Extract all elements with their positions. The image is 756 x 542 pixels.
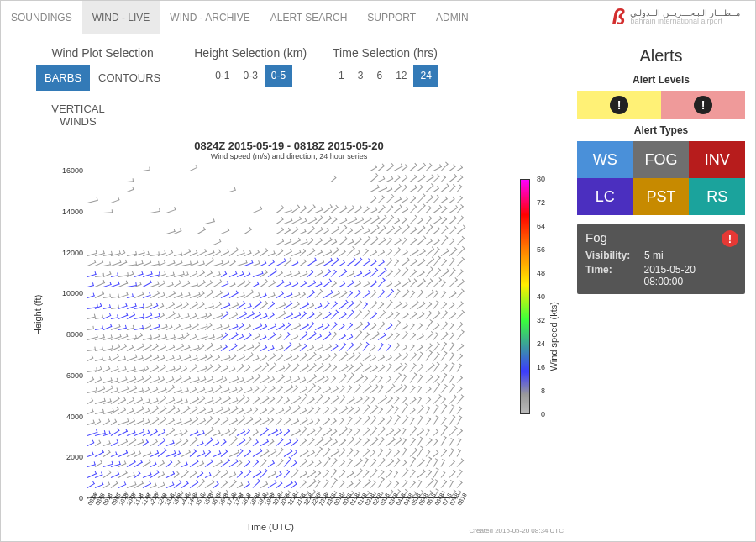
wind-barb bbox=[457, 471, 463, 478]
wind-barb bbox=[142, 411, 149, 415]
wind-barb bbox=[457, 238, 465, 245]
wind-barb bbox=[260, 347, 267, 351]
height-0-1-button[interactable]: 0-1 bbox=[208, 65, 236, 87]
alert-type-pst[interactable]: PST bbox=[633, 178, 690, 215]
nav-wind-live[interactable]: WIND - LIVE bbox=[82, 1, 160, 34]
wind-barb bbox=[433, 229, 440, 234]
wind-barb bbox=[95, 421, 102, 425]
wind-barb bbox=[260, 387, 267, 393]
wind-barb bbox=[347, 472, 354, 477]
wind-barb bbox=[386, 345, 391, 351]
wind-barb bbox=[197, 463, 204, 467]
nav-wind-archive[interactable]: WIND - ARCHIVE bbox=[160, 1, 260, 34]
wind-barb bbox=[402, 325, 408, 330]
active-alert-card[interactable]: ! Fog Visibility:5 mi Time:2015-05-20 08… bbox=[577, 224, 745, 294]
wind-barb bbox=[433, 481, 438, 488]
height-0-3-button[interactable]: 0-3 bbox=[236, 65, 264, 87]
nav-alert-search[interactable]: ALERT SEARCH bbox=[260, 1, 358, 34]
wind-barb bbox=[323, 356, 331, 361]
time-6-button[interactable]: 6 bbox=[370, 65, 389, 87]
time-3-button[interactable]: 3 bbox=[351, 65, 370, 87]
plot-vertical-winds-button[interactable]: VERTICAL WINDS bbox=[36, 96, 120, 134]
wind-barb bbox=[87, 358, 94, 362]
wind-barb bbox=[370, 451, 375, 456]
wind-barb bbox=[362, 260, 370, 266]
wind-barb bbox=[441, 418, 447, 425]
wind-barb bbox=[417, 460, 425, 467]
wind-barb bbox=[409, 374, 417, 383]
wind-barb bbox=[378, 428, 386, 435]
wind-barb bbox=[394, 176, 401, 182]
plot-contours-button[interactable]: CONTOURS bbox=[90, 65, 169, 91]
wind-barb bbox=[150, 389, 159, 393]
alert-level-yellow[interactable]: ! bbox=[577, 91, 661, 119]
alert-type-ws[interactable]: WS bbox=[577, 141, 633, 178]
wind-barb bbox=[449, 355, 454, 361]
wind-barb bbox=[158, 474, 165, 478]
wind-barb bbox=[425, 321, 432, 330]
alert-type-inv[interactable]: INV bbox=[689, 141, 745, 178]
wind-barb bbox=[339, 251, 345, 256]
wind-barb bbox=[402, 449, 407, 457]
plot-barbs-button[interactable]: BARBS bbox=[36, 65, 90, 91]
alert-type-rs[interactable]: RS bbox=[689, 178, 745, 215]
wind-barb bbox=[457, 450, 461, 456]
wind-barb bbox=[339, 208, 346, 214]
wind-barb bbox=[449, 416, 455, 424]
wind-barb bbox=[370, 167, 377, 171]
y-tick: 0 bbox=[60, 494, 83, 503]
wind-barb bbox=[362, 208, 369, 213]
wind-barb bbox=[331, 388, 339, 393]
wind-barb bbox=[386, 461, 393, 467]
wind-barb bbox=[457, 355, 464, 361]
wind-barb bbox=[354, 312, 362, 319]
wind-barb bbox=[276, 431, 281, 435]
wind-barb bbox=[410, 229, 417, 234]
wind-barb bbox=[237, 336, 244, 340]
wind-barb bbox=[244, 335, 252, 340]
wind-barb bbox=[441, 334, 449, 340]
wind-barb bbox=[378, 197, 385, 203]
wind-barb bbox=[370, 261, 377, 266]
wind-barb bbox=[394, 228, 402, 234]
time-1-button[interactable]: 1 bbox=[332, 65, 351, 87]
wind-barb bbox=[457, 396, 465, 403]
wind-barb bbox=[315, 472, 322, 478]
wind-barb bbox=[323, 378, 329, 383]
nav-support[interactable]: SUPPORT bbox=[357, 1, 426, 34]
wind-barb bbox=[284, 334, 291, 341]
wind-barb bbox=[425, 197, 433, 203]
wind-barb bbox=[323, 458, 330, 467]
nav-admin[interactable]: ADMIN bbox=[426, 1, 479, 34]
wind-barb bbox=[449, 428, 457, 436]
wind-barb bbox=[433, 440, 438, 446]
time-12-button[interactable]: 12 bbox=[389, 65, 413, 87]
nav-soundings[interactable]: SOUNDINGS bbox=[1, 1, 82, 34]
wind-barb bbox=[213, 432, 221, 435]
wind-barb bbox=[457, 248, 465, 256]
wind-barb bbox=[354, 386, 362, 393]
alert-type-lc[interactable]: LC bbox=[577, 178, 633, 215]
wind-barb bbox=[402, 239, 407, 245]
wind-barb bbox=[409, 482, 415, 488]
y-tick: 2000 bbox=[60, 453, 83, 461]
time-24-button[interactable]: 24 bbox=[413, 65, 438, 87]
wind-barb bbox=[449, 406, 454, 414]
wind-barb bbox=[181, 390, 189, 393]
wind-barb bbox=[417, 481, 423, 488]
alert-type-fog[interactable]: FOG bbox=[633, 141, 690, 178]
wind-barb bbox=[87, 442, 94, 446]
wind-barb bbox=[284, 419, 291, 425]
height-0-5-button[interactable]: 0-5 bbox=[265, 65, 292, 87]
alert-level-red[interactable]: ! bbox=[661, 91, 745, 119]
wind-barb bbox=[417, 387, 423, 393]
wind-barb bbox=[425, 388, 431, 393]
wind-barb bbox=[433, 469, 438, 478]
wind-barb bbox=[378, 344, 384, 350]
wind-barb bbox=[158, 305, 165, 309]
wind-barb bbox=[410, 271, 417, 276]
wind-barb bbox=[315, 448, 323, 456]
wind-barb bbox=[244, 430, 250, 436]
wind-barb bbox=[150, 464, 157, 467]
wind-barb bbox=[417, 407, 425, 414]
